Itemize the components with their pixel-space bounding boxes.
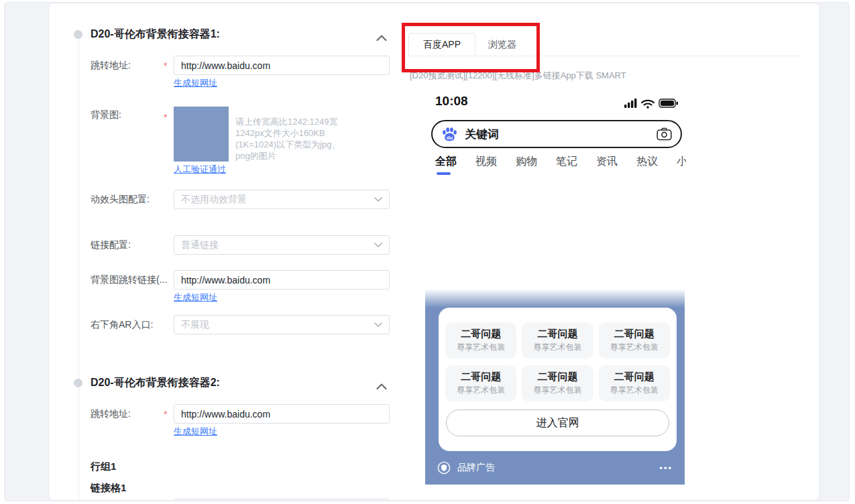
- phone-tab-all[interactable]: 全部: [435, 155, 457, 171]
- bg-jump-link-input[interactable]: [174, 270, 390, 290]
- camera-icon[interactable]: [657, 127, 672, 141]
- signal-icon: [624, 99, 636, 108]
- link-cell-label: 链接格1: [91, 482, 126, 495]
- chevron-up-icon: [376, 35, 387, 41]
- active-tab-underline: [437, 172, 451, 175]
- background-image-gradient: [425, 289, 685, 308]
- grid-link-button[interactable]: 二哥问题 尊享艺术包装: [522, 322, 593, 359]
- timeline-line: [78, 38, 79, 501]
- upload-hint-text: 请上传宽高比1242:1249宽 1242px文件大小160KB (1K=102…: [235, 116, 379, 162]
- collapse-section-button[interactable]: [376, 32, 387, 44]
- brand-ad-label: 品牌广告: [457, 462, 495, 474]
- ad-background: 二哥问题 尊享艺术包装 二哥问题 尊享艺术包装 二哥问题 尊享艺术包装 二哥问题…: [425, 308, 685, 485]
- motion-header-label: 动效头图配置:: [91, 194, 150, 206]
- grid-link-button[interactable]: 二哥问题 尊享艺术包装: [445, 365, 516, 401]
- search-keyword: 关键词: [465, 127, 499, 142]
- clipped-input[interactable]: [174, 499, 390, 501]
- section-title: D20-哥伦布背景衔接容器2:: [91, 376, 220, 390]
- link-config-label: 链接配置:: [91, 239, 131, 251]
- phone-tab-shopping[interactable]: 购物: [516, 155, 537, 171]
- row-group-label: 行组1: [91, 460, 116, 473]
- chevron-up-icon: [376, 383, 387, 389]
- chevron-down-icon: [374, 243, 382, 247]
- link-config-select[interactable]: 普通链接: [174, 235, 390, 255]
- jump-url-input[interactable]: [174, 404, 390, 424]
- bg-jump-link-label: 背景图跳转链接(...: [91, 274, 167, 286]
- enter-official-site-button[interactable]: 进入官网: [446, 410, 669, 436]
- baidu-logo-icon: du: [441, 126, 458, 143]
- svg-text:du: du: [447, 134, 453, 140]
- jump-url-label: 跳转地址:: [91, 408, 131, 420]
- jump-url-input[interactable]: [174, 56, 390, 75]
- grid-link-button[interactable]: 二哥问题 尊享艺术包装: [522, 365, 593, 401]
- shield-badge-icon: [437, 461, 451, 475]
- section-bullet: [74, 379, 82, 387]
- chevron-down-icon: [374, 197, 382, 202]
- chevron-down-icon: [374, 322, 382, 327]
- section-bullet: [74, 30, 82, 39]
- generate-short-url-link[interactable]: 生成短网址: [174, 77, 217, 89]
- motion-header-select[interactable]: 不选用动效背景: [174, 190, 390, 209]
- required-mark: *: [164, 112, 167, 123]
- phone-status-time: 10:08: [435, 94, 468, 109]
- jump-url-label: 跳转地址:: [91, 60, 131, 72]
- phone-tab-hot[interactable]: 热议: [636, 155, 658, 171]
- grid-link-button[interactable]: 二哥问题 尊享艺术包装: [599, 365, 670, 401]
- required-mark: *: [164, 409, 167, 420]
- more-options[interactable]: •••: [659, 463, 673, 473]
- phone-status-icons: [624, 97, 679, 112]
- content-card: D20-哥伦布背景衔接容器1: 跳转地址: * 生成短网址 背景图: * 请上传…: [48, 3, 819, 501]
- brand-ad-bar: 品牌广告 •••: [425, 451, 685, 485]
- motion-header-value: 不选用动效背景: [181, 194, 247, 206]
- required-mark: *: [164, 60, 167, 71]
- annotation-red-box: [402, 23, 540, 72]
- manual-verify-link[interactable]: 人工验证通过: [174, 164, 226, 176]
- generate-short-url-link[interactable]: 生成短网址: [174, 426, 217, 438]
- phone-tab-news[interactable]: 资讯: [596, 155, 618, 171]
- wifi-icon: [642, 101, 654, 105]
- phone-nav-tabs: 全部 视频 购物 笔记 资讯 热议 小视: [435, 155, 686, 171]
- grid-link-button[interactable]: 二哥问题 尊享艺术包装: [445, 322, 516, 359]
- phone-tab-notes[interactable]: 笔记: [556, 155, 577, 171]
- grid-link-button[interactable]: 二哥问题 尊享艺术包装: [599, 322, 670, 359]
- phone-tab-clipped[interactable]: 小视: [677, 155, 686, 171]
- collapse-section-button[interactable]: [376, 380, 387, 392]
- battery-icon: [659, 99, 678, 107]
- ar-entry-value: 不展现: [181, 319, 209, 331]
- search-bar[interactable]: du 关键词: [431, 120, 682, 148]
- background-image-thumbnail[interactable]: [174, 107, 229, 162]
- wifi-dot: [646, 106, 649, 109]
- background-image-label: 背景图:: [91, 109, 121, 121]
- ar-entry-select[interactable]: 不展现: [174, 315, 390, 334]
- ar-entry-label: 右下角AR入口:: [91, 319, 153, 331]
- link-grid-card: 二哥问题 尊享艺术包装 二哥问题 尊享艺术包装 二哥问题 尊享艺术包装 二哥问题…: [439, 308, 677, 451]
- link-config-value: 普通链接: [181, 239, 219, 251]
- section-title: D20-哥伦布背景衔接容器1:: [91, 27, 220, 42]
- generate-short-url-link[interactable]: 生成短网址: [174, 292, 217, 304]
- phone-tab-video[interactable]: 视频: [475, 155, 497, 171]
